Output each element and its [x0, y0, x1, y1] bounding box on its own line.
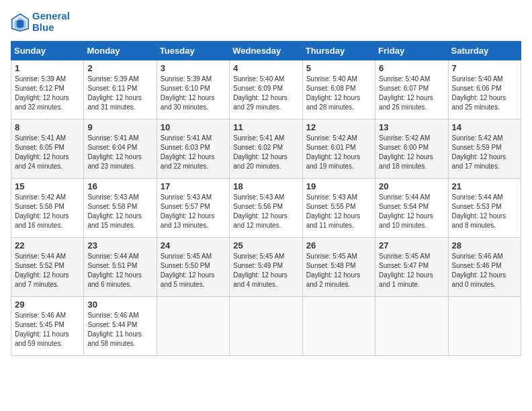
calendar-cell: 14Sunrise: 5:42 AMSunset: 5:59 PMDayligh…	[448, 120, 521, 179]
day-info: Sunrise: 5:44 AMSunset: 5:53 PMDaylight:…	[452, 193, 517, 230]
day-number: 28	[452, 240, 517, 250]
calendar-cell: 5Sunrise: 5:40 AMSunset: 6:08 PMDaylight…	[302, 60, 375, 120]
calendar-week-row: 22Sunrise: 5:44 AMSunset: 5:52 PMDayligh…	[11, 238, 521, 297]
day-header-monday: Monday	[84, 42, 157, 60]
day-info: Sunrise: 5:46 AMSunset: 5:44 PMDaylight:…	[87, 311, 152, 349]
calendar-cell	[157, 297, 229, 356]
calendar-table: SundayMondayTuesdayWednesdayThursdayFrid…	[11, 41, 521, 356]
day-info: Sunrise: 5:44 AMSunset: 5:52 PMDaylight:…	[15, 252, 80, 289]
day-info: Sunrise: 5:41 AMSunset: 6:04 PMDaylight:…	[87, 134, 152, 171]
calendar-cell	[375, 297, 448, 356]
calendar-cell: 30Sunrise: 5:46 AMSunset: 5:44 PMDayligh…	[84, 297, 157, 356]
calendar-week-row: 29Sunrise: 5:46 AMSunset: 5:45 PMDayligh…	[11, 297, 521, 356]
calendar-cell: 20Sunrise: 5:44 AMSunset: 5:54 PMDayligh…	[375, 179, 448, 238]
day-header-sunday: Sunday	[11, 42, 84, 60]
day-number: 16	[87, 181, 152, 191]
day-info: Sunrise: 5:40 AMSunset: 6:09 PMDaylight:…	[233, 75, 298, 112]
day-info: Sunrise: 5:45 AMSunset: 5:49 PMDaylight:…	[233, 252, 298, 289]
day-header-saturday: Saturday	[448, 42, 521, 60]
day-info: Sunrise: 5:44 AMSunset: 5:51 PMDaylight:…	[87, 252, 152, 289]
day-number: 5	[306, 63, 371, 73]
calendar-cell: 26Sunrise: 5:45 AMSunset: 5:48 PMDayligh…	[302, 238, 375, 297]
logo: General Blue	[11, 11, 70, 33]
day-number: 11	[233, 122, 298, 132]
calendar-cell: 3Sunrise: 5:39 AMSunset: 6:10 PMDaylight…	[157, 60, 229, 120]
calendar-week-row: 15Sunrise: 5:42 AMSunset: 5:58 PMDayligh…	[11, 179, 521, 238]
day-number: 22	[15, 240, 80, 250]
day-number: 7	[452, 63, 517, 73]
day-info: Sunrise: 5:42 AMSunset: 6:01 PMDaylight:…	[306, 134, 371, 171]
calendar-week-row: 8Sunrise: 5:41 AMSunset: 6:05 PMDaylight…	[11, 120, 521, 179]
calendar-cell: 29Sunrise: 5:46 AMSunset: 5:45 PMDayligh…	[11, 297, 84, 356]
calendar-cell: 27Sunrise: 5:45 AMSunset: 5:47 PMDayligh…	[375, 238, 448, 297]
calendar-cell	[230, 297, 302, 356]
calendar-cell: 10Sunrise: 5:41 AMSunset: 6:03 PMDayligh…	[157, 120, 229, 179]
day-header-wednesday: Wednesday	[230, 42, 302, 60]
day-header-tuesday: Tuesday	[157, 42, 229, 60]
day-number: 10	[161, 122, 226, 132]
day-info: Sunrise: 5:42 AMSunset: 5:58 PMDaylight:…	[15, 193, 80, 230]
day-info: Sunrise: 5:42 AMSunset: 6:00 PMDaylight:…	[379, 134, 444, 171]
calendar-cell: 22Sunrise: 5:44 AMSunset: 5:52 PMDayligh…	[11, 238, 84, 297]
logo-text: General Blue	[32, 11, 70, 33]
day-number: 13	[379, 122, 444, 132]
calendar-cell: 1Sunrise: 5:39 AMSunset: 6:12 PMDaylight…	[11, 60, 84, 120]
day-number: 2	[87, 63, 152, 73]
calendar-cell: 13Sunrise: 5:42 AMSunset: 6:00 PMDayligh…	[375, 120, 448, 179]
day-info: Sunrise: 5:43 AMSunset: 5:57 PMDaylight:…	[161, 193, 226, 230]
day-info: Sunrise: 5:40 AMSunset: 6:07 PMDaylight:…	[379, 75, 444, 112]
calendar-cell: 9Sunrise: 5:41 AMSunset: 6:04 PMDaylight…	[84, 120, 157, 179]
calendar-cell	[448, 297, 521, 356]
calendar-cell: 8Sunrise: 5:41 AMSunset: 6:05 PMDaylight…	[11, 120, 84, 179]
day-number: 18	[233, 181, 298, 191]
day-number: 20	[379, 181, 444, 191]
calendar-cell: 25Sunrise: 5:45 AMSunset: 5:49 PMDayligh…	[230, 238, 302, 297]
day-number: 24	[161, 240, 226, 250]
day-number: 17	[161, 181, 226, 191]
day-number: 1	[15, 63, 80, 73]
calendar-cell: 11Sunrise: 5:41 AMSunset: 6:02 PMDayligh…	[230, 120, 302, 179]
calendar-cell: 6Sunrise: 5:40 AMSunset: 6:07 PMDaylight…	[375, 60, 448, 120]
day-info: Sunrise: 5:43 AMSunset: 5:58 PMDaylight:…	[87, 193, 152, 230]
day-number: 21	[452, 181, 517, 191]
day-info: Sunrise: 5:39 AMSunset: 6:11 PMDaylight:…	[87, 75, 152, 112]
day-info: Sunrise: 5:41 AMSunset: 6:03 PMDaylight:…	[161, 134, 226, 171]
day-number: 26	[306, 240, 371, 250]
calendar-cell: 12Sunrise: 5:42 AMSunset: 6:01 PMDayligh…	[302, 120, 375, 179]
day-number: 3	[161, 63, 226, 73]
day-info: Sunrise: 5:40 AMSunset: 6:08 PMDaylight:…	[306, 75, 371, 112]
day-number: 6	[379, 63, 444, 73]
day-header-friday: Friday	[375, 42, 448, 60]
day-number: 12	[306, 122, 371, 132]
calendar-cell: 2Sunrise: 5:39 AMSunset: 6:11 PMDaylight…	[84, 60, 157, 120]
day-info: Sunrise: 5:43 AMSunset: 5:55 PMDaylight:…	[306, 193, 371, 230]
day-header-thursday: Thursday	[302, 42, 375, 60]
calendar-cell: 19Sunrise: 5:43 AMSunset: 5:55 PMDayligh…	[302, 179, 375, 238]
calendar-cell: 18Sunrise: 5:43 AMSunset: 5:56 PMDayligh…	[230, 179, 302, 238]
calendar-cell	[302, 297, 375, 356]
day-number: 25	[233, 240, 298, 250]
calendar-cell: 17Sunrise: 5:43 AMSunset: 5:57 PMDayligh…	[157, 179, 229, 238]
calendar-cell: 15Sunrise: 5:42 AMSunset: 5:58 PMDayligh…	[11, 179, 84, 238]
day-number: 19	[306, 181, 371, 191]
day-info: Sunrise: 5:40 AMSunset: 6:06 PMDaylight:…	[452, 75, 517, 112]
day-number: 14	[452, 122, 517, 132]
day-number: 29	[15, 300, 80, 310]
calendar-week-row: 1Sunrise: 5:39 AMSunset: 6:12 PMDaylight…	[11, 60, 521, 120]
calendar-cell: 21Sunrise: 5:44 AMSunset: 5:53 PMDayligh…	[448, 179, 521, 238]
calendar-header-row: SundayMondayTuesdayWednesdayThursdayFrid…	[11, 42, 521, 60]
day-info: Sunrise: 5:39 AMSunset: 6:12 PMDaylight:…	[15, 75, 80, 112]
calendar-cell: 16Sunrise: 5:43 AMSunset: 5:58 PMDayligh…	[84, 179, 157, 238]
day-number: 15	[15, 181, 80, 191]
day-info: Sunrise: 5:39 AMSunset: 6:10 PMDaylight:…	[161, 75, 226, 112]
page-header: General Blue	[11, 11, 521, 33]
day-info: Sunrise: 5:46 AMSunset: 5:46 PMDaylight:…	[452, 252, 517, 289]
day-info: Sunrise: 5:44 AMSunset: 5:54 PMDaylight:…	[379, 193, 444, 230]
day-info: Sunrise: 5:46 AMSunset: 5:45 PMDaylight:…	[15, 311, 80, 349]
day-info: Sunrise: 5:45 AMSunset: 5:50 PMDaylight:…	[161, 252, 226, 289]
calendar-cell: 24Sunrise: 5:45 AMSunset: 5:50 PMDayligh…	[157, 238, 229, 297]
logo-icon	[11, 13, 30, 32]
day-number: 23	[87, 240, 152, 250]
day-info: Sunrise: 5:41 AMSunset: 6:02 PMDaylight:…	[233, 134, 298, 171]
day-number: 8	[15, 122, 80, 132]
